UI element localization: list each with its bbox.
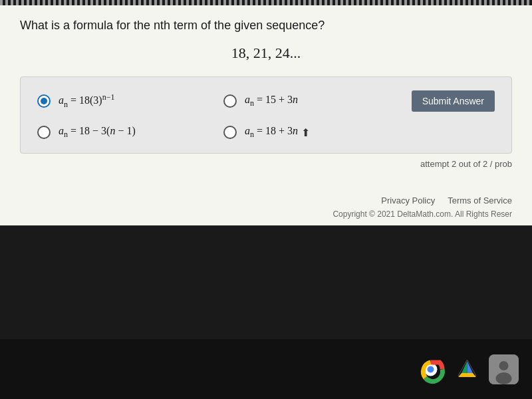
answer-box: an = 18(3)n−1 an = 15 + 3n Submit Answer	[20, 76, 512, 154]
footer-area: Privacy Policy Terms of Service Copyrigh…	[0, 174, 532, 225]
svg-point-11	[499, 361, 509, 370]
radio-c[interactable]	[37, 126, 51, 139]
option-b-label: an = 15 + 3n	[245, 94, 298, 108]
svg-point-12	[496, 372, 512, 384]
privacy-policy-link[interactable]: Privacy Policy	[381, 196, 435, 205]
copyright-text: Copyright © 2021 DeltaMath.com. All Righ…	[20, 209, 512, 219]
attempt-text: attempt 2 out of 2 / prob	[20, 154, 512, 174]
option-c-label: an = 18 − 3(n − 1)	[59, 125, 136, 140]
options-row-2: an = 18 − 3(n − 1) an = 18 + 3n ⬆	[37, 125, 495, 140]
option-a-container[interactable]: an = 18(3)n−1	[37, 92, 223, 110]
option-b-container[interactable]: an = 15 + 3n	[223, 94, 390, 108]
svg-marker-9	[459, 373, 475, 376]
radio-b[interactable]	[223, 94, 237, 108]
options-row-1: an = 18(3)n−1 an = 15 + 3n Submit Answer	[37, 90, 495, 112]
sequence-display: 18, 21, 24...	[20, 45, 512, 62]
option-a-label: an = 18(3)n−1	[59, 92, 114, 110]
option-c-container[interactable]: an = 18 − 3(n − 1)	[37, 125, 223, 140]
submit-area: Submit Answer	[390, 90, 495, 112]
terms-of-service-link[interactable]: Terms of Service	[448, 196, 512, 205]
option-d-label: an = 18 + 3n	[245, 125, 298, 140]
option-d-container[interactable]: an = 18 + 3n ⬆	[223, 125, 390, 140]
screen: What is a formula for the nth term of th…	[0, 0, 532, 399]
radio-d[interactable]	[223, 126, 237, 139]
question-text: What is a formula for the nth term of th…	[20, 19, 512, 33]
taskbar	[0, 339, 532, 399]
radio-a[interactable]	[37, 94, 51, 108]
svg-point-3	[428, 366, 434, 372]
submit-button[interactable]: Submit Answer	[412, 90, 495, 112]
content-area: What is a formula for the nth term of th…	[0, 5, 532, 174]
user-icon[interactable]	[489, 354, 519, 384]
top-border	[0, 0, 532, 5]
drive-icon[interactable]	[452, 354, 482, 384]
chrome-icon[interactable]	[416, 354, 446, 384]
cursor: ⬆	[301, 126, 310, 139]
footer-links: Privacy Policy Terms of Service	[20, 194, 512, 206]
